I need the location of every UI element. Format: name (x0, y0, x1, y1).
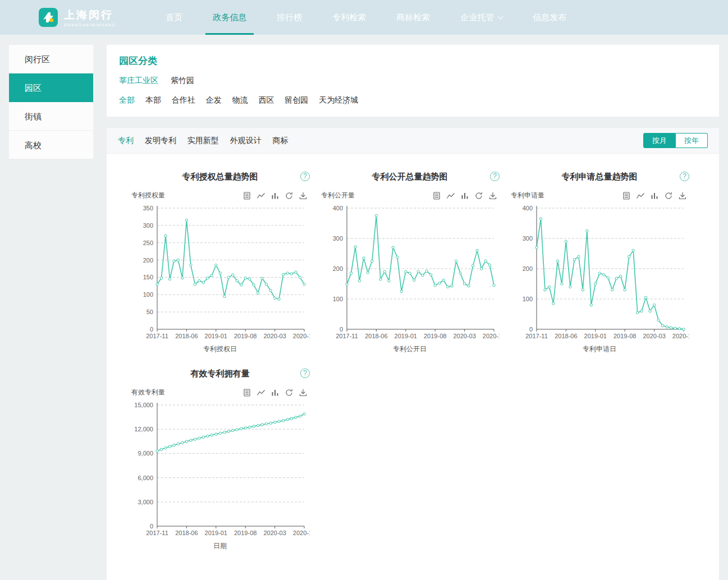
tab-design[interactable]: 外观设计 (230, 136, 262, 145)
svg-text:2017-11: 2017-11 (146, 530, 168, 536)
line-chart-icon[interactable] (636, 191, 645, 200)
nav-item-enterprise-hosting[interactable]: 企业托管 (445, 0, 518, 35)
x-axis-label: 日期 (130, 541, 310, 551)
filter-headquarters[interactable]: 本部 (145, 95, 161, 104)
svg-text:2020-03: 2020-03 (453, 333, 475, 339)
sidebar: 闵行区 园区 街镇 高校 (9, 45, 93, 159)
toggle-by-month-button[interactable]: 按月 (643, 133, 676, 148)
svg-text:2018-06: 2018-06 (365, 333, 387, 339)
chart-toolbox (622, 191, 689, 200)
sidebar-item-parks[interactable]: 园区 (9, 73, 93, 102)
download-icon[interactable] (678, 191, 687, 200)
svg-text:12,000: 12,000 (134, 426, 153, 432)
y-axis-name: 有效专利量 (131, 388, 165, 397)
svg-text:300: 300 (523, 235, 533, 242)
tab-trademark[interactable]: 商标 (273, 136, 289, 145)
x-axis-label: 专利授权日 (130, 344, 310, 354)
chart-toolbox (432, 191, 500, 200)
svg-text:200: 200 (333, 265, 343, 272)
tab-utility-model[interactable]: 实用新型 (187, 136, 219, 145)
svg-text:100: 100 (523, 296, 533, 302)
toggle-by-year-button[interactable]: 按年 (676, 133, 708, 148)
bar-chart-icon[interactable] (271, 191, 280, 200)
data-view-icon[interactable] (622, 191, 631, 200)
sidebar-item-universities[interactable]: 高校 (9, 131, 93, 159)
logo[interactable]: 上海闵行 SHANGHAIMINHANG (38, 7, 116, 27)
y-axis-name: 专利公开量 (321, 191, 355, 200)
svg-text:3,000: 3,000 (138, 499, 153, 505)
refresh-icon[interactable] (474, 191, 483, 200)
svg-text:400: 400 (333, 205, 343, 211)
data-view-icon[interactable] (242, 388, 251, 397)
patent-type-tabs: 专利 发明专利 实用新型 外观设计 商标 (118, 136, 297, 146)
nav-item-label: 企业托管 (460, 12, 494, 22)
svg-text:2018-06: 2018-06 (555, 333, 577, 339)
chart-canvas[interactable]: 01002003004002017-112018-062019-012019-0… (320, 202, 500, 343)
refresh-icon[interactable] (285, 191, 294, 200)
svg-text:400: 400 (523, 205, 533, 211)
svg-text:2018-06: 2018-06 (175, 333, 198, 339)
top-navbar: 上海闵行 SHANGHAIMINHANG 首页 政务信息 排行榜 专利检索 商标… (0, 0, 728, 35)
bar-chart-icon[interactable] (460, 191, 469, 200)
chart-tabbar: 专利 发明专利 实用新型 外观设计 商标 按月 按年 (107, 128, 719, 154)
chart-patent-publication-trend: 专利公开总量趋势图 ? 专利公开量 01002003004002 (320, 172, 500, 354)
nav-item-home[interactable]: 首页 (150, 0, 198, 35)
chart-canvas[interactable]: 0501001502002503003502017-112018-062019-… (130, 202, 310, 343)
x-axis-label: 专利申请日 (510, 344, 689, 354)
nav-item-ranking[interactable]: 排行榜 (262, 0, 317, 35)
park-link-xinzhuang[interactable]: 莘庄工业区 (119, 76, 158, 85)
refresh-icon[interactable] (285, 388, 294, 397)
park-link-zizhu[interactable]: 紫竹园 (171, 76, 194, 85)
sidebar-item-minhang-district[interactable]: 闵行区 (9, 45, 93, 73)
data-view-icon[interactable] (242, 191, 251, 200)
park-category-card: 园区分类 莘庄工业区 紫竹园 全部 本部 合作社 企发 物流 西区 留创园 天为… (107, 45, 719, 117)
tab-invention-patent[interactable]: 发明专利 (145, 136, 176, 145)
svg-text:2019-08: 2019-08 (234, 333, 257, 339)
chart-canvas[interactable]: 01002003004002017-112018-062019-012019-0… (510, 202, 689, 343)
help-icon[interactable]: ? (300, 172, 310, 181)
y-axis-name: 专利申请量 (511, 191, 544, 200)
line-chart-icon[interactable] (257, 191, 265, 200)
refresh-icon[interactable] (664, 191, 673, 200)
bar-chart-icon[interactable] (271, 388, 280, 397)
main-content: 园区分类 莘庄工业区 紫竹园 全部 本部 合作社 企发 物流 西区 留创园 天为… (107, 45, 719, 580)
nav-item-trademark-search[interactable]: 商标检索 (381, 0, 445, 35)
chart-title: 专利授权总量趋势图 (182, 172, 258, 181)
download-icon[interactable] (488, 191, 497, 200)
filter-all[interactable]: 全部 (119, 95, 135, 104)
nav-item-patent-search[interactable]: 专利检索 (317, 0, 381, 35)
filter-liuchuangyuan[interactable]: 留创园 (285, 95, 308, 104)
logo-title: 上海闵行 (64, 8, 116, 22)
line-chart-icon[interactable] (257, 388, 265, 397)
filter-cooperative[interactable]: 合作社 (172, 95, 195, 104)
help-icon[interactable]: ? (300, 369, 310, 378)
svg-text:2019-08: 2019-08 (234, 530, 257, 536)
svg-text:300: 300 (143, 222, 153, 229)
help-icon[interactable]: ? (490, 172, 500, 181)
svg-text:2020-10: 2020-10 (672, 333, 689, 339)
nav-item-gov-info[interactable]: 政务信息 (198, 0, 262, 35)
filter-qifa[interactable]: 企发 (206, 95, 222, 104)
svg-text:0: 0 (150, 523, 153, 530)
svg-text:2020-10: 2020-10 (293, 530, 310, 536)
svg-text:2020-10: 2020-10 (293, 333, 310, 339)
help-icon[interactable]: ? (680, 172, 689, 181)
nav-item-info-publish[interactable]: 信息发布 (518, 0, 582, 35)
bar-chart-icon[interactable] (650, 191, 659, 200)
filter-tianwei-economic-city[interactable]: 天为经济城 (319, 95, 358, 104)
chart-canvas[interactable]: 03,0006,0009,00012,00015,0002017-112018-… (130, 399, 310, 540)
data-view-icon[interactable] (432, 191, 441, 200)
tab-patent[interactable]: 专利 (118, 136, 134, 145)
svg-text:100: 100 (333, 296, 343, 302)
svg-text:0: 0 (529, 326, 533, 333)
filter-west-zone[interactable]: 西区 (258, 95, 274, 104)
svg-text:2017-11: 2017-11 (336, 333, 358, 339)
line-chart-icon[interactable] (446, 191, 455, 200)
y-axis-name: 专利授权量 (131, 191, 165, 200)
svg-text:300: 300 (333, 235, 343, 242)
sidebar-item-towns[interactable]: 街镇 (9, 102, 93, 131)
download-icon[interactable] (299, 191, 308, 200)
svg-text:2019-01: 2019-01 (395, 333, 417, 339)
filter-logistics[interactable]: 物流 (232, 95, 248, 104)
download-icon[interactable] (299, 388, 308, 397)
